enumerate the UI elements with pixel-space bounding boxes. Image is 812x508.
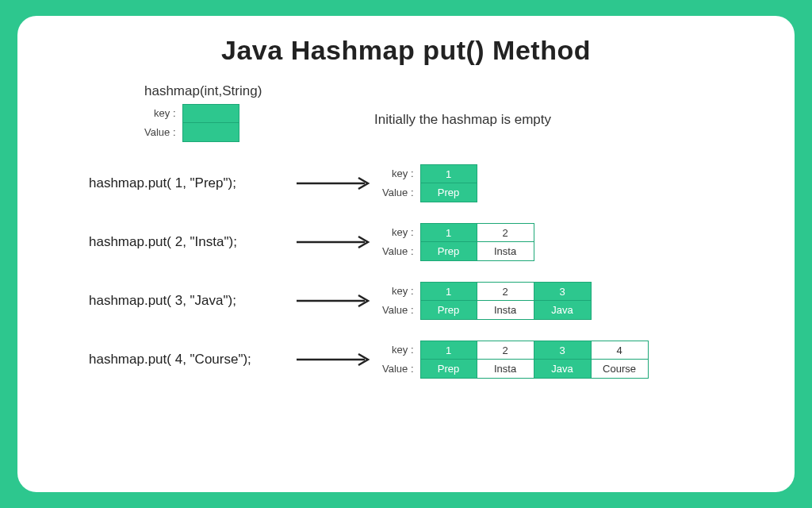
value-cell: Insta	[477, 360, 534, 379]
key-cell: 1	[420, 282, 477, 301]
key-cell: 3	[534, 282, 592, 301]
empty-hashmap-block: key : Value :	[144, 104, 350, 142]
cells-block: 1Prep	[420, 164, 477, 202]
declaration-row: hashmap(int,String) key : Value : Initia…	[65, 83, 747, 142]
value-cell: Prep	[420, 183, 477, 202]
value-cell: Prep	[420, 242, 477, 261]
step-result: key :Value :1Prep	[382, 164, 747, 202]
value-label: Value :	[382, 242, 414, 261]
declaration-signature: hashmap(int,String)	[144, 83, 350, 99]
key-row: 123	[420, 282, 592, 301]
cells-block: 12PrepInsta	[420, 223, 534, 261]
arrow-icon	[287, 175, 382, 191]
step-code: hashmap.put( 2, "Insta");	[89, 234, 287, 250]
key-label: key :	[382, 341, 414, 360]
value-label: Value :	[144, 123, 176, 142]
key-cell: 1	[420, 223, 477, 242]
step-code: hashmap.put( 3, "Java");	[89, 293, 287, 309]
step-code: hashmap.put( 1, "Prep");	[89, 175, 287, 191]
key-cell: 2	[477, 341, 534, 360]
kv-labels: key :Value :	[382, 341, 414, 379]
empty-cells	[182, 104, 239, 142]
key-cell: 2	[477, 282, 534, 301]
key-row: 12	[420, 223, 534, 242]
step-row: hashmap.put( 4, "Course");key :Value :12…	[65, 341, 747, 379]
key-label: key :	[382, 282, 414, 301]
value-label: Value :	[382, 183, 414, 202]
value-label: Value :	[382, 360, 414, 379]
key-row: 1	[420, 164, 477, 183]
key-cell: 3	[534, 341, 592, 360]
value-label: Value :	[382, 301, 414, 320]
key-cell: 1	[420, 164, 477, 183]
key-cell: 2	[477, 223, 534, 242]
declaration-note: Initially the hashmap is empty	[374, 83, 551, 128]
kv-labels: key :Value :	[382, 282, 414, 320]
key-cell: 4	[592, 341, 649, 360]
key-label: key :	[382, 164, 414, 183]
kv-labels: key : Value :	[144, 104, 176, 142]
key-label: key :	[144, 104, 176, 123]
arrow-icon	[287, 293, 382, 309]
value-row: PrepInsta	[420, 242, 534, 261]
key-row: 1234	[420, 341, 649, 360]
key-label: key :	[382, 223, 414, 242]
page-title: Java Hashmap put() Method	[65, 35, 747, 66]
step-result: key :Value :1234PrepInstaJavaCourse	[382, 341, 747, 379]
value-row: PrepInstaJava	[420, 301, 592, 320]
value-cell: Java	[534, 301, 592, 320]
kv-labels: key :Value :	[382, 223, 414, 261]
step-row: hashmap.put( 2, "Insta");key :Value :12P…	[65, 223, 747, 261]
cells-block: 123PrepInstaJava	[420, 282, 592, 320]
kv-labels: key :Value :	[382, 164, 414, 202]
step-row: hashmap.put( 1, "Prep");key :Value :1Pre…	[65, 164, 747, 202]
arrow-icon	[287, 234, 382, 250]
value-cell: Java	[534, 360, 592, 379]
value-row: Prep	[420, 183, 477, 202]
arrow-icon	[287, 352, 382, 368]
empty-key-cell	[182, 104, 239, 123]
step-row: hashmap.put( 3, "Java");key :Value :123P…	[65, 282, 747, 320]
empty-value-cell	[182, 123, 239, 142]
value-cell: Insta	[477, 242, 534, 261]
step-result: key :Value :123PrepInstaJava	[382, 282, 747, 320]
value-cell: Prep	[420, 301, 477, 320]
steps-container: hashmap.put( 1, "Prep");key :Value :1Pre…	[65, 164, 747, 379]
declaration-left: hashmap(int,String) key : Value :	[144, 83, 350, 142]
value-cell: Course	[592, 360, 649, 379]
diagram-card: Java Hashmap put() Method hashmap(int,St…	[17, 16, 795, 492]
cells-block: 1234PrepInstaJavaCourse	[420, 341, 649, 379]
step-result: key :Value :12PrepInsta	[382, 223, 747, 261]
key-cell: 1	[420, 341, 477, 360]
value-cell: Prep	[420, 360, 477, 379]
value-row: PrepInstaJavaCourse	[420, 360, 649, 379]
value-cell: Insta	[477, 301, 534, 320]
step-code: hashmap.put( 4, "Course");	[89, 352, 287, 368]
